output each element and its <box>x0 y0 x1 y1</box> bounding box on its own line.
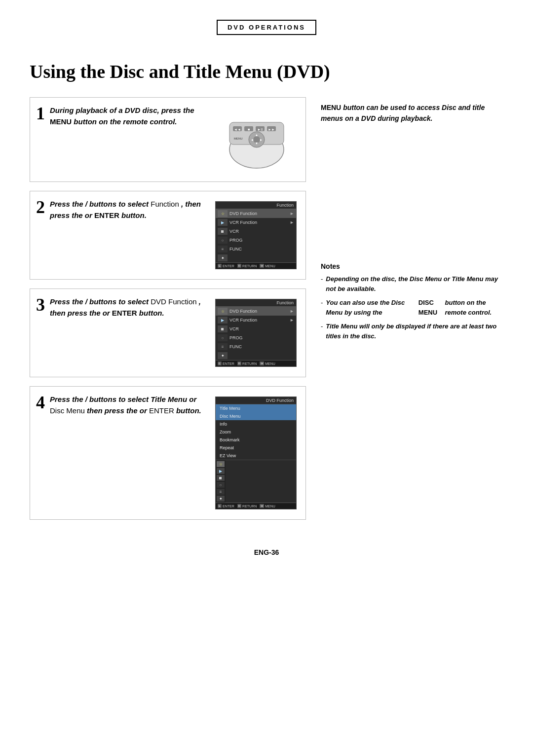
vcr-icon-3: ⏹ <box>218 325 228 332</box>
menu-footer-3: E ENTER R RETURN M MENU <box>216 360 296 366</box>
step-4-text: Press the / buttons to select Title Menu… <box>50 394 207 417</box>
menu-row-setup-2: ☆ DVD Function ► <box>216 209 296 218</box>
setup-icon-2: ☆ <box>218 210 228 217</box>
step-1-sidenote-text: MENU button can be used to access Disc a… <box>321 102 503 124</box>
step-1-sidenote: MENU button can be used to access Disc a… <box>321 102 503 124</box>
dvd-icon-2: ▶ <box>218 219 228 226</box>
step-3-image: Function ☆ DVD Function ► ▶ VCR Function… <box>212 296 300 370</box>
page-number: ENG-36 <box>254 548 279 556</box>
func-icon-3: ≡ <box>218 343 228 350</box>
svg-text:▼: ▼ <box>255 142 258 145</box>
dvd-func-icon: ≡ <box>217 489 225 495</box>
menu-row-setup-3: ☆ DVD Function ► <box>216 307 296 316</box>
menu-footer-2: E ENTER R RETURN M MENU <box>216 262 296 269</box>
dvd-setup-icon: ☆ <box>217 461 225 467</box>
step-4-image: DVD Function Title Menu Disc Menu Info Z… <box>212 394 300 512</box>
enter-btn-2: E ENTER <box>218 264 234 268</box>
menu-row-vcr2-3: ⏹ VCR <box>216 324 296 333</box>
menu-btn-2: M MENU <box>260 264 275 268</box>
step-1-text: During playback of a DVD disc, press the… <box>50 105 208 128</box>
notes-item-2: You can also use the Disc Menu by using … <box>321 298 503 318</box>
step-4-content: Press the / buttons to select Title Menu… <box>50 394 207 512</box>
step-2-number: 2 <box>36 198 45 272</box>
step-2-box: 2 Press the / buttons to select Function… <box>30 191 306 280</box>
dvd-item-repeat: Repeat <box>216 444 296 452</box>
step-1-content: During playback of a DVD disc, press the… <box>50 105 208 175</box>
svg-text:►II: ►II <box>257 128 263 131</box>
dvd-menu-footer: E ENTER R RETURN M MENU <box>216 503 296 509</box>
dvd-item-disc-menu: Disc Menu <box>216 412 296 420</box>
menu-row-bottom-2: ✦ <box>216 253 296 262</box>
dvd-menu-icon-row: ☆ ▶ ⏹ ○ ≡ ✦ <box>216 460 296 503</box>
step-1-inner: 1 During playback of a DVD disc, press t… <box>30 98 305 181</box>
notes-section: Notes Depending on the disc, the Disc Me… <box>321 262 503 342</box>
menu-row-vcr2-2: ⏹ VCR <box>216 227 296 236</box>
dvd-item-ez-view: EZ View <box>216 452 296 460</box>
svg-text:◄: ◄ <box>250 138 254 142</box>
setup-icon-3: ☆ <box>218 308 228 315</box>
dvd-item-title-menu: Title Menu <box>216 404 296 412</box>
dvd-menu-header: DVD Function <box>216 397 296 404</box>
menu-btn-3: M MENU <box>260 361 275 365</box>
dvd-item-zoom: Zoom <box>216 428 296 436</box>
step-1-box: 1 During playback of a DVD disc, press t… <box>30 97 306 182</box>
notes-item-1: Depending on the disc, the Disc Menu or … <box>321 274 503 294</box>
step-2-inner: 2 Press the / buttons to select Function… <box>30 191 305 279</box>
return-btn-3: R RETURN <box>237 361 257 365</box>
dvd-icon-3: ▶ <box>218 317 228 324</box>
section-header: DVD Operations <box>217 20 316 35</box>
step-3-content: Press the / buttons to select DVD Functi… <box>50 296 207 370</box>
menu-row-vcr-3: ▶ VCR Function ► <box>216 316 296 324</box>
prog-icon-3: ○ <box>218 334 228 341</box>
step-4-box: 4 Press the / buttons to select Title Me… <box>30 386 306 520</box>
step-3-number: 3 <box>36 296 45 370</box>
svg-text:◄◄: ◄◄ <box>234 128 241 131</box>
notes-title: Notes <box>321 262 503 270</box>
svg-text:►: ► <box>259 138 263 142</box>
step-1-number: 1 <box>36 105 45 175</box>
func-icon-2: ≡ <box>218 246 228 252</box>
menu-row-vcr-2: ▶ VCR Function ► <box>216 218 296 227</box>
enter-btn-3: E ENTER <box>218 361 234 365</box>
function-menu-screen-3: Function ☆ DVD Function ► ▶ VCR Function… <box>215 299 297 367</box>
step-3-box: 3 Press the / buttons to select DVD Func… <box>30 288 306 377</box>
remote-control-icon: ◄◄ ■ ►II ►► ▲ ▼ ◄ ► MENU <box>217 108 296 172</box>
notes-item-3: Title Menu will only be displayed if the… <box>321 322 503 341</box>
menu-row-prog-2: ○ PROG <box>216 236 296 245</box>
step-3-text: Press the / buttons to select DVD Functi… <box>50 296 207 319</box>
dvd-vcr-icon: ⏹ <box>217 475 225 481</box>
main-content: 1 During playback of a DVD disc, press t… <box>30 97 503 529</box>
step-2-content: Press the / buttons to select Function ,… <box>50 198 207 272</box>
menu-row-prog-3: ○ PROG <box>216 333 296 342</box>
menu-screen-header-2: Function <box>216 202 296 209</box>
dvd-dvd-icon: ▶ <box>217 468 225 474</box>
dvd-enter-btn: E ENTER <box>218 504 234 508</box>
svg-text:►►: ►► <box>268 128 275 131</box>
step-3-inner: 3 Press the / buttons to select DVD Func… <box>30 289 305 377</box>
step-1-image: ◄◄ ■ ►II ►► ▲ ▼ ◄ ► MENU <box>213 105 300 175</box>
prog-icon-2: ○ <box>218 237 228 244</box>
dvd-menu-btn: M MENU <box>260 504 275 508</box>
steps-column: 1 During playback of a DVD disc, press t… <box>30 97 306 529</box>
menu-row-func-3: ≡ FUNC <box>216 342 296 351</box>
menu-row-func-2: ≡ FUNC <box>216 245 296 253</box>
dvd-extra-icon: ✦ <box>217 496 225 502</box>
page-title: Using the Disc and Title Menu (DVD) <box>30 61 503 82</box>
dvd-function-menu-screen: DVD Function Title Menu Disc Menu Info Z… <box>215 396 297 509</box>
svg-text:MENU: MENU <box>234 137 243 140</box>
bottom-icon-3: ✦ <box>218 352 228 359</box>
function-menu-screen: Function ☆ DVD Function ► ▶ VCR Function… <box>215 201 297 269</box>
step-2-image: Function ☆ DVD Function ► ▶ VCR Function… <box>212 198 300 272</box>
step-2-text: Press the / buttons to select Function ,… <box>50 198 207 221</box>
notes-column: MENU button can be used to access Disc a… <box>306 97 503 529</box>
dvd-item-bookmark: Bookmark <box>216 436 296 444</box>
menu-row-bottom-3: ✦ <box>216 351 296 360</box>
header-wrapper: DVD Operations <box>30 20 503 49</box>
section-header-text: DVD Operations <box>228 24 305 31</box>
dvd-prog-icon: ○ <box>217 482 225 488</box>
page-footer: ENG-36 <box>30 548 503 556</box>
svg-text:▲: ▲ <box>255 133 258 137</box>
step-4-inner: 4 Press the / buttons to select Title Me… <box>30 387 305 519</box>
menu-screen-header-3: Function <box>216 299 296 307</box>
return-btn-2: R RETURN <box>237 264 257 268</box>
